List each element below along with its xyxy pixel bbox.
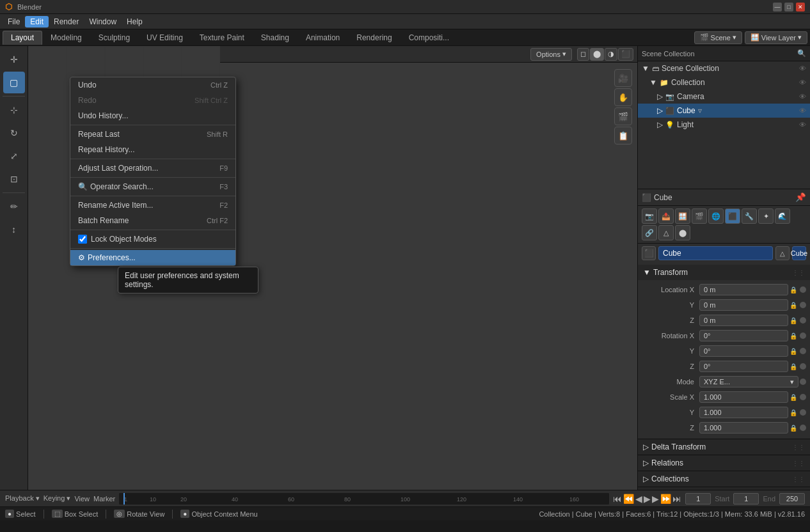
prop-tab-material[interactable]: ⬤ <box>675 225 690 240</box>
menu-repeat-history[interactable]: Repeat History... <box>70 142 235 157</box>
rotation-x-input[interactable]: 0° <box>699 330 788 341</box>
prop-tab-physics[interactable]: 🌊 <box>775 208 790 224</box>
rotation-y-keyframe[interactable] <box>800 348 806 354</box>
viewport[interactable]: ⬛ Object ▾ Global ▾ ⊙ ⊕ 🧲 ◎ Options ▾ ◻ <box>28 46 637 490</box>
location-z-keyframe[interactable] <box>800 317 806 324</box>
menu-batch-rename[interactable]: Batch Rename Ctrl F2 <box>70 213 235 228</box>
menu-render[interactable]: Render <box>49 16 84 27</box>
tool-cursor[interactable]: ✛ <box>3 49 25 70</box>
rotation-mode-keyframe[interactable] <box>800 379 806 385</box>
tab-shading[interactable]: Shading <box>253 31 298 45</box>
next-keyframe-btn[interactable]: ▶ <box>652 494 659 504</box>
prop-tab-output[interactable]: 📤 <box>658 208 674 224</box>
scale-x-keyframe[interactable] <box>800 394 806 400</box>
outliner-filter-btn[interactable]: 🔍 <box>797 49 806 58</box>
rotation-z-lock[interactable]: 🔒 <box>788 361 798 372</box>
prop-tab-view-layer[interactable]: 🪟 <box>675 208 690 224</box>
lock-modes-checkbox[interactable] <box>78 235 87 244</box>
cube-eye[interactable]: 👁 <box>799 107 806 114</box>
timeline-view-btn[interactable]: View <box>74 495 90 503</box>
scale-z-lock[interactable]: 🔒 <box>788 423 798 433</box>
outliner-item-camera[interactable]: ▷ 📷 Camera 👁 <box>638 90 810 104</box>
scale-y-keyframe[interactable] <box>800 409 806 416</box>
rotation-x-lock[interactable]: 🔒 <box>788 331 798 341</box>
current-frame-input[interactable] <box>685 493 711 505</box>
next-frame-btn[interactable]: ⏩ <box>660 494 671 504</box>
scale-x-lock[interactable]: 🔒 <box>788 392 798 402</box>
prop-tab-scene[interactable]: 🎬 <box>692 208 707 224</box>
prop-tab-constraints[interactable]: 🔗 <box>642 225 657 240</box>
prop-object-type-icon[interactable]: ⬛ <box>642 246 656 260</box>
tool-rotate[interactable]: ↻ <box>3 122 25 144</box>
minimize-button[interactable]: — <box>773 3 782 12</box>
zoom-camera-btn[interactable]: 🎥 <box>614 69 632 87</box>
tab-layout[interactable]: Layout <box>3 31 42 45</box>
location-x-input[interactable]: 0 m <box>699 284 788 295</box>
tab-animation[interactable]: Animation <box>298 31 348 45</box>
tab-sculpting[interactable]: Sculpting <box>90 31 138 45</box>
location-x-lock[interactable]: 🔒 <box>788 285 798 295</box>
prop-mesh-icon[interactable]: △ <box>775 246 790 260</box>
rotation-y-input[interactable]: 0° <box>699 345 788 357</box>
delta-transform-header[interactable]: ▷ Delta Transform ⋮⋮ <box>638 439 810 455</box>
prop-tab-render[interactable]: 📷 <box>642 208 657 224</box>
tool-move[interactable]: ⊹ <box>3 99 25 121</box>
location-z-input[interactable]: 0 m <box>699 315 788 326</box>
prop-tab-modifier[interactable]: 🔧 <box>742 208 757 224</box>
scale-x-input[interactable]: 1.000 <box>699 391 788 403</box>
menu-rename-active[interactable]: Rename Active Item... F2 <box>70 198 235 213</box>
prev-frame-btn[interactable]: ⏪ <box>623 494 634 504</box>
start-frame-input[interactable] <box>733 493 759 505</box>
rotation-z-input[interactable]: 0° <box>699 361 788 372</box>
scale-y-input[interactable]: 1.000 <box>699 407 788 418</box>
prop-mesh-name-input[interactable]: Cube <box>792 246 806 260</box>
prop-tab-object[interactable]: ⬛ <box>725 208 740 224</box>
collection-eye[interactable]: 👁 <box>799 79 806 86</box>
relations-header[interactable]: ▷ Relations ⋮⋮ <box>638 455 810 471</box>
end-frame-input[interactable] <box>779 493 805 505</box>
location-y-input[interactable]: 0 m <box>699 299 788 311</box>
tab-compositing[interactable]: Compositi... <box>401 31 457 45</box>
menu-adjust-last[interactable]: Adjust Last Operation... F9 <box>70 160 235 176</box>
instancing-header[interactable]: ▷ Instancing ⋮⋮ <box>638 487 810 490</box>
location-x-keyframe[interactable] <box>800 286 806 293</box>
prop-pin-btn[interactable]: 📌 <box>795 192 806 202</box>
rotation-y-lock[interactable]: 🔒 <box>788 346 798 356</box>
tool-scale[interactable]: ⤢ <box>3 145 25 167</box>
menu-file[interactable]: File <box>3 16 25 27</box>
transform-header[interactable]: ▼ Transform ⋮⋮ <box>638 265 810 280</box>
maximize-button[interactable]: □ <box>784 3 793 12</box>
collections-btn[interactable]: 📋 <box>614 127 632 145</box>
location-y-lock[interactable]: 🔒 <box>788 300 798 310</box>
menu-redo[interactable]: Redo Shift Ctrl Z <box>70 93 235 108</box>
menu-preferences[interactable]: ⚙ Preferences... <box>70 250 235 265</box>
tab-modeling[interactable]: Modeling <box>42 31 90 45</box>
options-btn[interactable]: Options ▾ <box>530 48 572 61</box>
jump-start-btn[interactable]: ⏮ <box>613 494 622 504</box>
menu-lock-object-modes[interactable]: Lock Object Modes <box>70 231 235 247</box>
grab-btn[interactable]: ✋ <box>614 88 632 106</box>
tool-select[interactable]: ▢ <box>3 72 25 93</box>
timeline-playback-btn[interactable]: Playback ▾ <box>5 494 40 503</box>
rotation-mode-selector[interactable]: XYZ E... ▾ <box>699 376 798 387</box>
view-layer-selector[interactable]: 🪟 View Layer ▾ <box>745 31 807 44</box>
scene-selector[interactable]: 🎬 Scene ▾ <box>694 31 742 44</box>
close-button[interactable]: ✕ <box>796 3 805 12</box>
play-btn[interactable]: ▶ <box>644 494 651 504</box>
menu-operator-search[interactable]: 🔍 Operator Search... F3 <box>70 179 235 194</box>
light-eye[interactable]: 👁 <box>799 121 806 129</box>
wire-shading-btn[interactable]: ◻ <box>577 48 589 61</box>
tab-rendering[interactable]: Rendering <box>348 31 400 45</box>
rotation-z-keyframe[interactable] <box>800 363 806 370</box>
tab-texture-paint[interactable]: Texture Paint <box>191 31 253 45</box>
outliner-item-scene-collection[interactable]: ▼ 🗃 Scene Collection 👁 <box>638 61 810 75</box>
rendered-shading-btn[interactable]: ⬛ <box>618 48 633 61</box>
tool-annotate[interactable]: ✏ <box>3 196 25 217</box>
tool-measure[interactable]: ↕ <box>3 219 25 240</box>
material-shading-btn[interactable]: ◑ <box>605 48 617 61</box>
menu-undo-history[interactable]: Undo History... <box>70 108 235 123</box>
scale-z-input[interactable]: 1.000 <box>699 422 788 434</box>
menu-window[interactable]: Window <box>84 16 122 27</box>
outliner-item-collection[interactable]: ▼ 📁 Collection 👁 <box>638 75 810 90</box>
location-z-lock[interactable]: 🔒 <box>788 315 798 325</box>
